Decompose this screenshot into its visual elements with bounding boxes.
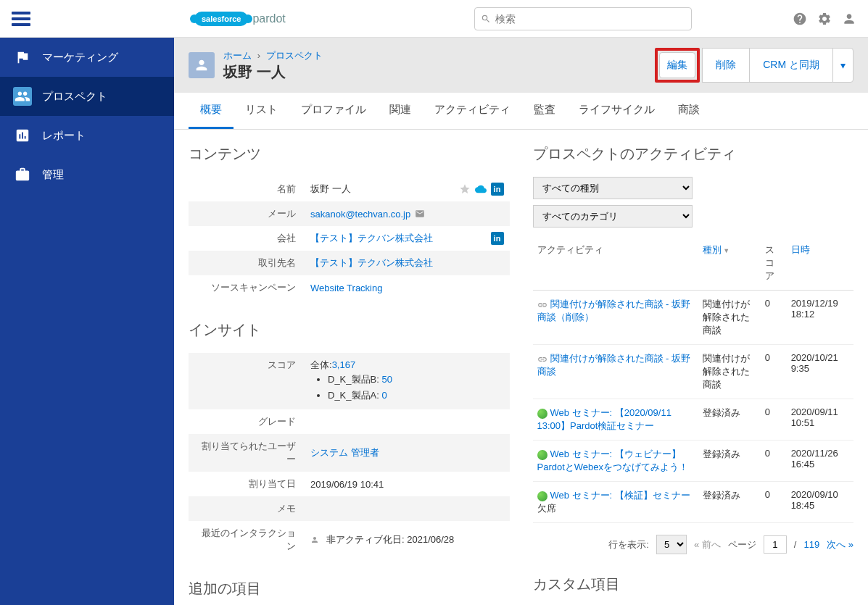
col-activity[interactable]: アクティビティ (533, 236, 699, 291)
prev-link[interactable]: « 前へ (694, 538, 721, 551)
edit-button-highlight: 編集 (655, 48, 700, 83)
breadcrumb-home[interactable]: ホーム (223, 50, 252, 61)
sidebar-item-label: 管理 (42, 168, 64, 182)
activity-link[interactable]: 関連付けが解除された商談 - 坂野商談 (537, 353, 691, 377)
activity-datetime: 2020/11/26 16:45 (787, 441, 853, 482)
chart-icon (15, 128, 30, 143)
col-type[interactable]: 種別▼ (698, 236, 760, 291)
additional-section-title: 追加の項目 (189, 579, 510, 598)
prospect-avatar-icon (189, 52, 215, 78)
sidebar-item-admin[interactable]: 管理 (0, 155, 174, 194)
linkedin-icon[interactable]: in (491, 232, 504, 245)
record-name: 坂野 一人 (223, 62, 646, 82)
tab-audit[interactable]: 監査 (522, 93, 567, 129)
search-input[interactable] (495, 13, 685, 25)
sidebar: マーケティング プロスペクト レポート 管理 (0, 38, 174, 605)
pardot-logo-text: pardot (252, 12, 285, 25)
score-total-value[interactable]: 3,167 (332, 359, 356, 370)
account-label: 取引先名 (189, 251, 305, 275)
global-search[interactable] (474, 7, 692, 30)
mail-icon[interactable] (415, 209, 425, 219)
activity-row: 関連付けが解除された商談 - 坂野商談（削除）関連付けが解除された商談02019… (533, 291, 854, 345)
linkedin-icon[interactable]: in (491, 183, 504, 196)
sidebar-item-label: レポート (42, 129, 86, 143)
tab-opportunity[interactable]: 商談 (666, 93, 711, 129)
interaction-label: 最近のインタラクション (189, 521, 305, 559)
company-value[interactable]: 【テスト】テクバン株式会社 (310, 232, 433, 245)
activity-type: 関連付けが解除された商談 (698, 345, 760, 399)
activity-score: 0 (761, 399, 787, 441)
breadcrumb-prospect[interactable]: プロスペクト (266, 50, 323, 61)
tab-overview[interactable]: 概要 (189, 93, 233, 129)
score-a-value[interactable]: 0 (381, 390, 387, 401)
sidebar-item-marketing[interactable]: マーケティング (0, 38, 174, 77)
col-score[interactable]: スコア (761, 236, 787, 291)
activity-type: 登録済み (698, 482, 760, 523)
sidebar-item-label: マーケティング (42, 51, 118, 64)
next-link[interactable]: 次へ » (827, 538, 853, 551)
sidebar-item-label: プロスペクト (42, 90, 107, 104)
activity-score: 0 (761, 345, 787, 399)
insight-section-title: インサイト (189, 320, 510, 340)
user-icon[interactable] (842, 12, 856, 26)
col-datetime[interactable]: 日時 (787, 236, 853, 291)
tab-lifecycle[interactable]: ライフサイクル (567, 93, 666, 129)
activity-table: アクティビティ 種別▼ スコア 日時 関連付けが解除された商談 - 坂野商談（削… (533, 236, 854, 523)
delete-button[interactable]: 削除 (702, 48, 750, 83)
source-value[interactable]: Website Tracking (310, 283, 382, 293)
activity-row: Web セミナー: 【検証】セミナー欠席登録済み02020/09/10 18:4… (533, 482, 854, 523)
salesforce-icon[interactable] (475, 183, 487, 195)
star-icon[interactable] (459, 183, 471, 195)
help-icon[interactable] (793, 12, 807, 26)
page-input[interactable] (764, 535, 787, 554)
page-label: ページ (728, 538, 756, 551)
globe-icon (537, 491, 547, 501)
tabs: 概要 リスト プロファイル 関連 アクティビティ 監査 ライフサイクル 商談 (174, 93, 868, 130)
link-icon (537, 300, 547, 310)
briefcase-icon (15, 167, 30, 183)
crm-sync-button[interactable]: CRM と同期 (749, 48, 833, 83)
activity-score: 0 (761, 482, 787, 523)
page-sep: / (794, 539, 797, 550)
salesforce-cloud-icon: salesforce (194, 12, 248, 26)
activity-link[interactable]: 関連付けが解除された商談 - 坂野商談（削除） (537, 299, 691, 322)
score-b-value[interactable]: 50 (381, 374, 392, 385)
activity-link[interactable]: Web セミナー: 【2020/09/11 13:00】Pardot検証セミナー (537, 407, 671, 431)
assigned-value[interactable]: システム 管理者 (310, 446, 379, 459)
sidebar-item-prospect[interactable]: プロスペクト (0, 77, 174, 116)
tab-related[interactable]: 関連 (378, 93, 423, 129)
tab-profile[interactable]: プロファイル (289, 93, 378, 129)
activity-section-title: プロスペクトのアクティビティ (533, 144, 854, 164)
gear-icon[interactable] (817, 12, 832, 26)
tab-list[interactable]: リスト (233, 93, 289, 129)
sidebar-item-report[interactable]: レポート (0, 116, 174, 155)
activity-type-filter[interactable]: すべての種別 (533, 177, 693, 199)
email-value[interactable]: sakanok@techvan.co.jp (310, 209, 410, 220)
activity-link[interactable]: Web セミナー: 【ウェビナー】PardotとWebexをつなげてみよう！ (537, 448, 689, 472)
activity-datetime: 2020/09/10 18:45 (787, 482, 853, 523)
activity-row: Web セミナー: 【ウェビナー】PardotとWebexをつなげてみよう！登録… (533, 441, 854, 482)
tab-activity[interactable]: アクティビティ (423, 93, 522, 129)
activity-datetime: 2020/10/21 9:35 (787, 345, 853, 399)
activity-link[interactable]: Web セミナー: 【検証】セミナー (550, 490, 690, 501)
flag-icon (15, 49, 30, 65)
hamburger-menu[interactable] (12, 9, 32, 29)
rows-select[interactable]: 5 (656, 535, 687, 554)
assigned-date-label: 割り当て日 (189, 472, 305, 496)
company-label: 会社 (189, 226, 305, 251)
rows-label: 行を表示: (608, 538, 649, 551)
link-icon (537, 354, 547, 364)
globe-icon (537, 409, 547, 419)
page-total[interactable]: 119 (803, 539, 819, 550)
activity-row: Web セミナー: 【2020/09/11 13:00】Pardot検証セミナー… (533, 399, 854, 441)
edit-button[interactable]: 編集 (659, 52, 695, 78)
score-b-label: D_K_製品B: (328, 374, 381, 385)
score-total-label: 全体: (310, 359, 332, 370)
activity-score: 0 (761, 441, 787, 482)
account-value[interactable]: 【テスト】テクバン株式会社 (310, 256, 433, 270)
activity-datetime: 2019/12/19 18:12 (787, 291, 853, 345)
more-actions-button[interactable]: ▾ (832, 48, 853, 83)
pagination: 行を表示: 5 « 前へ ページ / 119 次へ » (533, 535, 854, 554)
activity-category-filter[interactable]: すべてのカテゴリ (533, 205, 693, 228)
people-icon (15, 88, 30, 104)
